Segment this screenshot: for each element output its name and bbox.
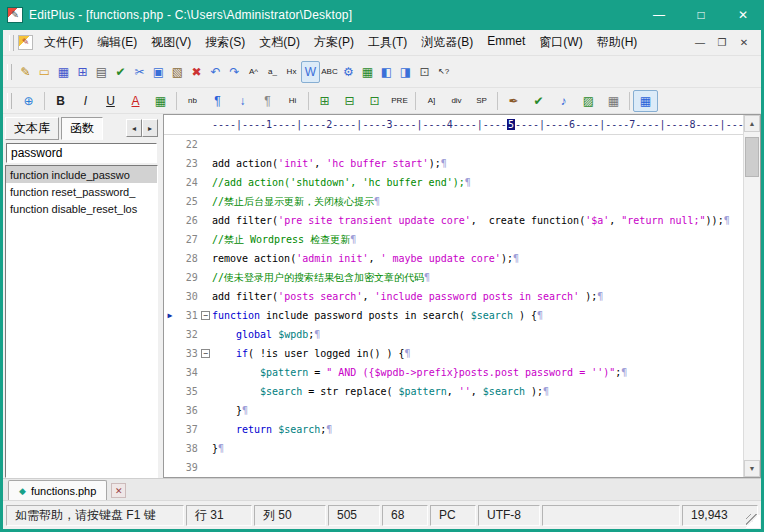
cut-icon[interactable]: ✂ <box>130 61 149 83</box>
close-button[interactable]: ✕ <box>722 0 764 30</box>
code-line[interactable]: 22 <box>164 135 743 154</box>
code-line[interactable]: 33− if( !is_user_logged_in() ) {¶ <box>164 344 743 363</box>
menu-item[interactable]: 文档(D) <box>252 31 307 54</box>
validate-icon[interactable]: ✔ <box>526 90 551 112</box>
vertical-scrollbar[interactable]: ▲ ▼ <box>743 115 760 477</box>
pilcrow-icon[interactable]: ¶ <box>255 90 280 112</box>
bold-icon[interactable]: B <box>48 90 73 112</box>
code-line[interactable]: 28remove_action('admin_init', '_maybe_up… <box>164 249 743 268</box>
menu-item[interactable]: Emmet <box>480 31 532 54</box>
preformatted-icon[interactable]: PRE <box>387 90 412 112</box>
menu-item[interactable]: 编辑(E) <box>90 31 144 54</box>
font-color-icon[interactable]: A <box>123 90 148 112</box>
open-folder-icon[interactable]: ▭ <box>35 61 54 83</box>
minimize-button[interactable]: — <box>638 0 680 30</box>
menu-item[interactable]: 搜索(S) <box>198 31 252 54</box>
menu-item[interactable]: 方案(P) <box>307 31 361 54</box>
menu-item[interactable]: 文件(F) <box>37 31 90 54</box>
table-cell-icon[interactable]: ⊡ <box>362 90 387 112</box>
maximize-button[interactable]: □ <box>680 0 722 30</box>
browser-globe-icon[interactable]: ⊕ <box>16 90 41 112</box>
lowercase-icon[interactable]: a_ <box>263 61 282 83</box>
code-line[interactable]: 29//使未登录用户的搜索结果包含加密文章的代码¶ <box>164 268 743 287</box>
code-lines[interactable]: 2223add_action('init', 'hc_buffer_start'… <box>164 135 743 477</box>
paste-icon[interactable]: ▧ <box>168 61 187 83</box>
fullscreen-icon[interactable]: ⊡ <box>415 61 434 83</box>
undo-icon[interactable]: ↶ <box>206 61 225 83</box>
spell-check-icon[interactable]: ABC <box>320 61 339 83</box>
toolbar2-grip[interactable] <box>7 93 12 109</box>
preferences-gear-icon[interactable]: ⚙ <box>339 61 358 83</box>
anchor-icon[interactable]: A] <box>419 90 444 112</box>
panel-left-icon[interactable]: ◧ <box>377 61 396 83</box>
menu-item[interactable]: 帮助(H) <box>590 31 645 54</box>
print-preview-icon[interactable]: ✔ <box>111 61 130 83</box>
table-insert-icon[interactable]: ⊞ <box>312 90 337 112</box>
media-icon[interactable]: ♪ <box>551 90 576 112</box>
mdi-close-button[interactable]: ✕ <box>735 35 753 51</box>
redo-icon[interactable]: ↷ <box>225 61 244 83</box>
nbsp-icon[interactable]: nb <box>180 90 205 112</box>
sidebar-tab[interactable]: 文本库 <box>5 117 59 140</box>
image-icon[interactable]: ▨ <box>576 90 601 112</box>
toolbar1-grip[interactable] <box>7 64 12 80</box>
script-icon[interactable]: ✒ <box>501 90 526 112</box>
table-row-icon[interactable]: ⊟ <box>337 90 362 112</box>
cliptext-grid-icon[interactable]: ▦ <box>633 90 658 112</box>
save-icon[interactable]: ▦ <box>54 61 73 83</box>
tab-scroll-right-icon[interactable]: ▸ <box>142 119 158 137</box>
scroll-down-icon[interactable]: ▼ <box>744 460 760 477</box>
sidebar-tab[interactable]: 函数 <box>61 117 103 140</box>
grid-icon[interactable]: ▦ <box>601 90 626 112</box>
scrollbar-track[interactable] <box>744 132 760 460</box>
print-icon[interactable]: ▤ <box>92 61 111 83</box>
word-wrap-icon[interactable]: W <box>301 61 320 83</box>
code-line[interactable]: 32 global $wpdb;¶ <box>164 325 743 344</box>
code-line[interactable]: 37 return $search;¶ <box>164 420 743 439</box>
tab-scroll-left-icon[interactable]: ◂ <box>126 119 142 137</box>
menu-item[interactable]: 窗口(W) <box>532 31 589 54</box>
line-break-icon[interactable]: ↓ <box>230 90 255 112</box>
span-tag-icon[interactable]: SP <box>469 90 494 112</box>
document-grid-icon[interactable]: ▦ <box>358 61 377 83</box>
paragraph-icon[interactable]: ¶ <box>205 90 230 112</box>
code-line[interactable]: 25//禁止后台显示更新，关闭核心提示¶ <box>164 192 743 211</box>
context-help-icon[interactable]: ↖? <box>434 61 453 83</box>
fold-collapse-icon[interactable]: − <box>200 311 212 320</box>
scrollbar-thumb[interactable] <box>745 137 759 177</box>
code-line[interactable]: 23add_action('init', 'hc_buffer_start');… <box>164 154 743 173</box>
menu-item[interactable]: 视图(V) <box>144 31 198 54</box>
code-line[interactable]: 26add_filter('pre_site_transient_update_… <box>164 211 743 230</box>
heading-icon[interactable]: Hi <box>280 90 305 112</box>
copy-icon[interactable]: ▣ <box>149 61 168 83</box>
code-line[interactable]: 35 $search = str_replace( $pattern, '', … <box>164 382 743 401</box>
code-line[interactable]: 27//禁止 Wordpress 检查更新¶ <box>164 230 743 249</box>
menu-item[interactable]: 工具(T) <box>361 31 414 54</box>
mdi-minimize-button[interactable]: — <box>691 35 709 51</box>
function-list-item[interactable]: function reset_password_ <box>6 183 157 200</box>
code-line[interactable]: 39 <box>164 458 743 477</box>
panel-bottom-icon[interactable]: ◨ <box>396 61 415 83</box>
editor[interactable]: ----|----1----|----2----|----3----|----4… <box>164 115 743 477</box>
code-line[interactable]: 30add_filter('posts_search', 'include_pa… <box>164 287 743 306</box>
mdi-restore-button[interactable]: ❐ <box>713 35 731 51</box>
code-line[interactable]: 38}¶ <box>164 439 743 458</box>
new-document-icon[interactable]: ✎ <box>16 61 35 83</box>
italic-icon[interactable]: I <box>73 90 98 112</box>
code-line[interactable]: 34 $pattern = " AND ({$wpdb->prefix}post… <box>164 363 743 382</box>
resize-grip[interactable] <box>746 514 760 528</box>
scroll-up-icon[interactable]: ▲ <box>744 115 760 132</box>
function-list-item[interactable]: function include_passwo <box>6 166 157 183</box>
function-search-input[interactable] <box>6 143 157 163</box>
tab-functions-php[interactable]: ◆ functions.php <box>8 480 107 500</box>
code-line[interactable]: 24//add_action('shutdown', 'hc_buffer_en… <box>164 173 743 192</box>
hex-view-icon[interactable]: Hx <box>282 61 301 83</box>
menubar-grip[interactable] <box>9 35 14 51</box>
fold-collapse-icon[interactable]: − <box>200 349 212 358</box>
delete-icon[interactable]: ✖ <box>187 61 206 83</box>
table-icon[interactable]: ▦ <box>148 90 173 112</box>
save-all-icon[interactable]: ⊞ <box>73 61 92 83</box>
function-list-item[interactable]: function disable_reset_los <box>6 200 157 217</box>
uppercase-icon[interactable]: A^ <box>244 61 263 83</box>
div-tag-icon[interactable]: div <box>444 90 469 112</box>
